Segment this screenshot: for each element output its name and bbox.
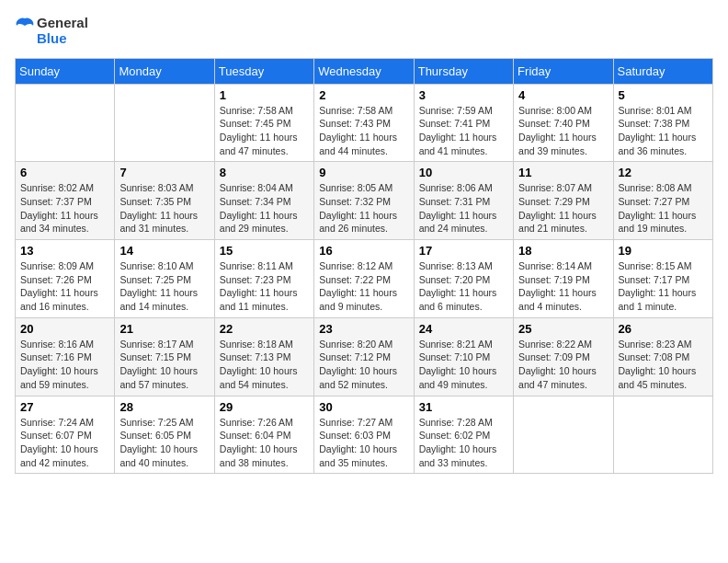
day-detail: Sunrise: 8:12 AMSunset: 7:22 PMDaylight:… — [319, 259, 408, 314]
day-number: 15 — [220, 244, 309, 258]
calendar-cell: 9Sunrise: 8:05 AMSunset: 7:32 PMDaylight… — [314, 162, 414, 240]
day-number: 17 — [419, 244, 508, 258]
day-number: 28 — [119, 400, 209, 414]
day-detail: Sunrise: 8:13 AMSunset: 7:20 PMDaylight:… — [419, 259, 508, 314]
day-detail: Sunrise: 8:07 AMSunset: 7:29 PMDaylight:… — [518, 181, 608, 236]
day-number: 5 — [619, 88, 708, 102]
calendar-cell: 1Sunrise: 7:58 AMSunset: 7:45 PMDaylight… — [214, 84, 313, 162]
day-number: 2 — [319, 88, 408, 102]
calendar-cell: 5Sunrise: 8:01 AMSunset: 7:38 PMDaylight… — [613, 84, 712, 162]
day-detail: Sunrise: 7:26 AMSunset: 6:04 PMDaylight:… — [220, 416, 309, 470]
logo-blue-text: Blue — [37, 30, 88, 46]
calendar-cell: 23Sunrise: 8:20 AMSunset: 7:12 PMDayligh… — [314, 317, 414, 396]
day-detail: Sunrise: 8:00 AMSunset: 7:40 PMDaylight:… — [518, 104, 608, 158]
day-number: 3 — [419, 88, 508, 102]
weekday-header-saturday: Saturday — [613, 58, 712, 84]
day-number: 4 — [518, 88, 608, 102]
day-detail: Sunrise: 8:22 AMSunset: 7:09 PMDaylight:… — [518, 338, 608, 392]
day-detail: Sunrise: 8:01 AMSunset: 7:38 PMDaylight:… — [619, 104, 708, 158]
day-detail: Sunrise: 8:20 AMSunset: 7:12 PMDaylight:… — [319, 338, 408, 392]
day-detail: Sunrise: 8:08 AMSunset: 7:27 PMDaylight:… — [619, 181, 708, 236]
day-detail: Sunrise: 8:04 AMSunset: 7:34 PMDaylight:… — [220, 181, 309, 236]
day-number: 8 — [220, 166, 309, 179]
day-number: 30 — [319, 400, 408, 414]
day-detail: Sunrise: 8:05 AMSunset: 7:32 PMDaylight:… — [319, 181, 408, 236]
calendar-cell: 3Sunrise: 7:59 AMSunset: 7:41 PMDaylight… — [414, 84, 513, 162]
calendar-cell: 20Sunrise: 8:16 AMSunset: 7:16 PMDayligh… — [16, 317, 115, 396]
day-number: 21 — [119, 322, 209, 336]
day-detail: Sunrise: 7:58 AMSunset: 7:45 PMDaylight:… — [220, 104, 309, 158]
week-row-1: 1Sunrise: 7:58 AMSunset: 7:45 PMDaylight… — [16, 84, 713, 162]
weekday-header-row: SundayMondayTuesdayWednesdayThursdayFrid… — [16, 58, 713, 84]
day-number: 9 — [319, 166, 408, 179]
calendar-cell: 11Sunrise: 8:07 AMSunset: 7:29 PMDayligh… — [514, 162, 613, 240]
calendar-cell: 31Sunrise: 7:28 AMSunset: 6:02 PMDayligh… — [414, 396, 513, 474]
week-row-4: 20Sunrise: 8:16 AMSunset: 7:16 PMDayligh… — [16, 317, 713, 396]
calendar-cell: 7Sunrise: 8:03 AMSunset: 7:35 PMDaylight… — [115, 162, 214, 240]
calendar-cell: 6Sunrise: 8:02 AMSunset: 7:37 PMDaylight… — [16, 162, 115, 240]
week-row-3: 13Sunrise: 8:09 AMSunset: 7:26 PMDayligh… — [16, 240, 713, 318]
day-detail: Sunrise: 7:28 AMSunset: 6:02 PMDaylight:… — [419, 416, 508, 470]
day-detail: Sunrise: 8:15 AMSunset: 7:17 PMDaylight:… — [619, 259, 708, 314]
weekday-header-sunday: Sunday — [16, 58, 115, 84]
week-row-2: 6Sunrise: 8:02 AMSunset: 7:37 PMDaylight… — [16, 162, 713, 240]
calendar-cell: 4Sunrise: 8:00 AMSunset: 7:40 PMDaylight… — [514, 84, 613, 162]
day-number: 26 — [619, 322, 708, 336]
calendar-cell — [613, 396, 712, 474]
day-detail: Sunrise: 8:11 AMSunset: 7:23 PMDaylight:… — [220, 259, 309, 314]
day-number: 27 — [20, 400, 109, 414]
calendar-cell — [115, 84, 214, 162]
calendar-cell: 22Sunrise: 8:18 AMSunset: 7:13 PMDayligh… — [214, 317, 313, 396]
calendar-cell: 26Sunrise: 8:23 AMSunset: 7:08 PMDayligh… — [613, 317, 712, 396]
calendar-table: SundayMondayTuesdayWednesdayThursdayFrid… — [15, 58, 713, 475]
day-detail: Sunrise: 8:09 AMSunset: 7:26 PMDaylight:… — [20, 259, 109, 314]
calendar-cell — [514, 396, 613, 474]
day-detail: Sunrise: 7:25 AMSunset: 6:05 PMDaylight:… — [119, 416, 209, 470]
day-number: 14 — [119, 244, 209, 258]
day-detail: Sunrise: 8:02 AMSunset: 7:37 PMDaylight:… — [20, 181, 109, 236]
day-number: 1 — [220, 88, 309, 102]
day-number: 6 — [20, 166, 109, 179]
day-detail: Sunrise: 7:59 AMSunset: 7:41 PMDaylight:… — [419, 104, 508, 158]
day-number: 20 — [20, 322, 109, 336]
calendar-cell: 16Sunrise: 8:12 AMSunset: 7:22 PMDayligh… — [314, 240, 414, 318]
day-detail: Sunrise: 8:23 AMSunset: 7:08 PMDaylight:… — [619, 338, 708, 392]
calendar-cell — [16, 84, 115, 162]
day-detail: Sunrise: 8:18 AMSunset: 7:13 PMDaylight:… — [220, 338, 309, 392]
calendar-cell: 25Sunrise: 8:22 AMSunset: 7:09 PMDayligh… — [514, 317, 613, 396]
day-detail: Sunrise: 8:17 AMSunset: 7:15 PMDaylight:… — [119, 338, 209, 392]
day-detail: Sunrise: 8:16 AMSunset: 7:16 PMDaylight:… — [20, 338, 109, 392]
day-number: 11 — [518, 166, 608, 179]
calendar-cell: 30Sunrise: 7:27 AMSunset: 6:03 PMDayligh… — [314, 396, 414, 474]
day-detail: Sunrise: 7:58 AMSunset: 7:43 PMDaylight:… — [319, 104, 408, 158]
day-number: 22 — [220, 322, 309, 336]
day-detail: Sunrise: 8:06 AMSunset: 7:31 PMDaylight:… — [419, 181, 508, 236]
day-number: 24 — [419, 322, 508, 336]
day-detail: Sunrise: 8:21 AMSunset: 7:10 PMDaylight:… — [419, 338, 508, 392]
day-number: 19 — [619, 244, 708, 258]
day-number: 16 — [319, 244, 408, 258]
week-row-5: 27Sunrise: 7:24 AMSunset: 6:07 PMDayligh… — [16, 396, 713, 474]
header: General Blue — [15, 15, 713, 47]
day-detail: Sunrise: 7:24 AMSunset: 6:07 PMDaylight:… — [20, 416, 109, 470]
day-number: 29 — [220, 400, 309, 414]
calendar-cell: 24Sunrise: 8:21 AMSunset: 7:10 PMDayligh… — [414, 317, 513, 396]
day-number: 13 — [20, 244, 109, 258]
day-detail: Sunrise: 8:14 AMSunset: 7:19 PMDaylight:… — [518, 259, 608, 314]
calendar-cell: 8Sunrise: 8:04 AMSunset: 7:34 PMDaylight… — [214, 162, 313, 240]
calendar-cell: 13Sunrise: 8:09 AMSunset: 7:26 PMDayligh… — [16, 240, 115, 318]
logo-bird-icon — [15, 17, 35, 44]
weekday-header-thursday: Thursday — [414, 58, 513, 84]
calendar-cell: 10Sunrise: 8:06 AMSunset: 7:31 PMDayligh… — [414, 162, 513, 240]
calendar-cell: 17Sunrise: 8:13 AMSunset: 7:20 PMDayligh… — [414, 240, 513, 318]
day-detail: Sunrise: 8:03 AMSunset: 7:35 PMDaylight:… — [119, 181, 209, 236]
day-number: 31 — [419, 400, 508, 414]
day-number: 10 — [419, 166, 508, 179]
logo-general-text: General — [37, 15, 88, 30]
calendar-cell: 18Sunrise: 8:14 AMSunset: 7:19 PMDayligh… — [514, 240, 613, 318]
calendar-cell: 29Sunrise: 7:26 AMSunset: 6:04 PMDayligh… — [214, 396, 313, 474]
day-number: 23 — [319, 322, 408, 336]
day-detail: Sunrise: 7:27 AMSunset: 6:03 PMDaylight:… — [319, 416, 408, 470]
calendar-cell: 28Sunrise: 7:25 AMSunset: 6:05 PMDayligh… — [115, 396, 214, 474]
calendar-cell: 14Sunrise: 8:10 AMSunset: 7:25 PMDayligh… — [115, 240, 214, 318]
